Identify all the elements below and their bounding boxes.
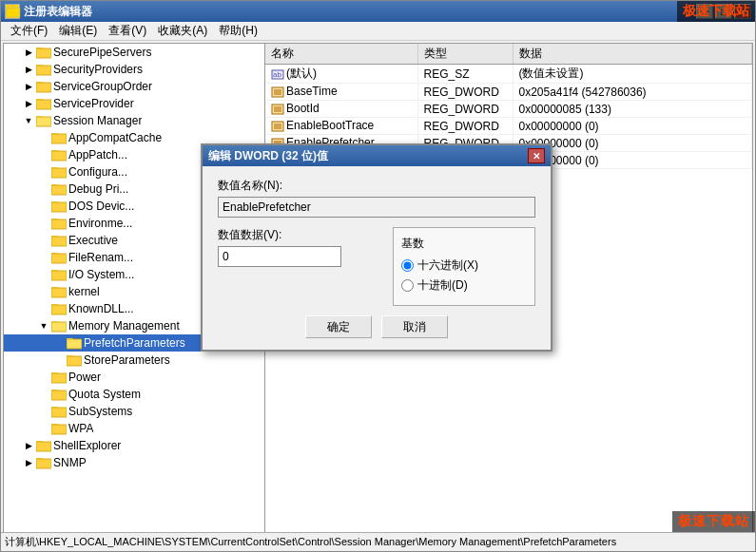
dialog-base-col: 基数 十六进制(X) 十进制(D) <box>393 227 535 306</box>
edit-dword-dialog: 编辑 DWORD (32 位)值 ✕ 数值名称(N): 数值数据(V): <box>201 143 552 352</box>
dialog-ok-button[interactable]: 确定 <box>305 315 372 338</box>
dialog-columns: 数值数据(V): 基数 十六进制(X) 十进制(D) <box>218 227 535 306</box>
dialog-close-button[interactable]: ✕ <box>528 148 545 163</box>
dialog-data-label: 数值数据(V): <box>218 227 374 243</box>
radio-hex-row: 十六进制(X) <box>401 257 527 274</box>
dialog-title-text: 编辑 DWORD (32 位)值 <box>208 148 328 164</box>
dialog-data-input[interactable] <box>218 246 341 267</box>
main-window: 注册表编辑器 ─ □ ✕ 文件(F) 编辑(E) 查看(V) 收藏夹(A) 帮助… <box>0 0 756 552</box>
dialog-cancel-button[interactable]: 取消 <box>381 315 448 338</box>
radio-hex[interactable] <box>401 259 414 272</box>
radio-decimal[interactable] <box>401 279 414 292</box>
dialog-buttons: 确定 取消 <box>218 315 535 338</box>
base-label: 基数 <box>401 236 527 252</box>
dialog-body: 数值名称(N): 数值数据(V): 基数 十六进制(X <box>203 166 551 350</box>
dialog-name-row: 数值名称(N): <box>218 178 535 218</box>
dialog-title-bar: 编辑 DWORD (32 位)值 ✕ <box>203 145 551 166</box>
radio-group-base: 基数 十六进制(X) 十进制(D) <box>393 227 535 306</box>
dialog-name-input[interactable] <box>218 197 535 218</box>
radio-hex-label: 十六进制(X) <box>417 257 478 274</box>
dialog-name-label: 数值名称(N): <box>218 178 535 194</box>
radio-decimal-row: 十进制(D) <box>401 277 527 294</box>
dialog-data-col: 数值数据(V): <box>218 227 374 306</box>
dialog-overlay: 编辑 DWORD (32 位)值 ✕ 数值名称(N): 数值数据(V): <box>1 1 755 551</box>
radio-decimal-label: 十进制(D) <box>417 277 468 294</box>
